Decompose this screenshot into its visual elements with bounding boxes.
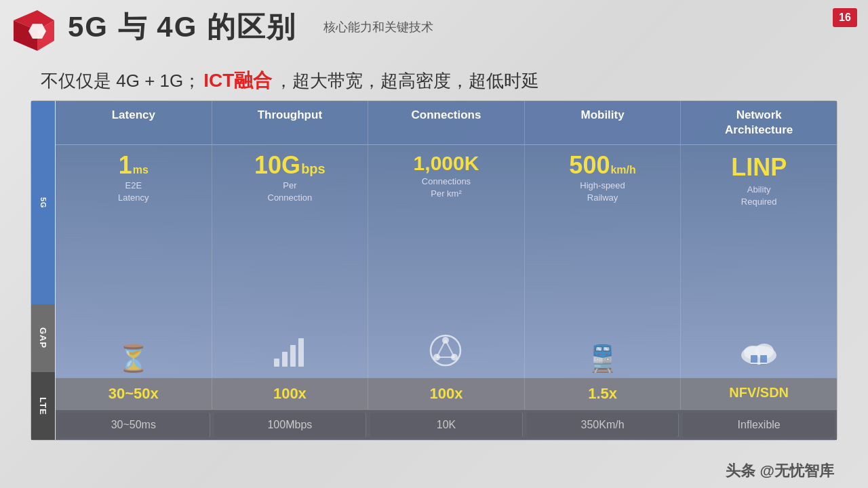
network-icon (427, 333, 465, 373)
col-header-connections: Connections (368, 101, 525, 144)
svg-rect-6 (290, 345, 296, 367)
svg-line-13 (446, 340, 454, 357)
gap-throughput: 100x (212, 378, 369, 409)
page-subtitle: 核心能力和关键技术 (323, 19, 433, 35)
5g-throughput-value: 10Gbps (254, 153, 326, 178)
5g-network-arch-cell: LINP AbilityRequired (681, 145, 837, 378)
svg-rect-7 (298, 338, 304, 367)
bars-icon (273, 337, 307, 373)
subtitle-ict: ICT融合 (203, 68, 272, 94)
gap-latency: 30~50x (56, 378, 212, 409)
5g-row-label: 5G (31, 101, 55, 304)
5g-latency-sub: E2ELatency (118, 180, 149, 204)
hourglass-icon: ⏳ (117, 344, 149, 373)
lte-throughput: 100Mbps (214, 413, 367, 437)
gap-connections: 100x (368, 378, 525, 409)
header: 5G 与 4G 的区别 核心能力和关键技术 (68, 8, 827, 46)
subtitle-text1: 不仅仅是 4G + 1G； (41, 69, 201, 93)
col-header-network-arch: NetworkArchitecture (681, 101, 837, 144)
svg-line-12 (437, 340, 446, 357)
5g-row: 1 ms E2ELatency ⏳ 10Gbps PerConnection (56, 145, 837, 378)
svg-rect-4 (274, 359, 279, 367)
5g-connections-value: 1,000K (414, 153, 479, 174)
gap-row: 30~50x 100x 100x 1.5x NFV/SDN (56, 378, 837, 409)
5g-latency-cell: 1 ms E2ELatency ⏳ (56, 145, 212, 378)
5g-latency-value: 1 ms (119, 153, 149, 178)
gap-row-label: GAP (31, 304, 55, 372)
table-body: 5G GAP LTE Latency Throughput Connection… (31, 101, 837, 440)
comparison-table: 5G GAP LTE Latency Throughput Connection… (31, 100, 837, 441)
5g-network-arch-sub: AbilityRequired (741, 184, 777, 208)
5g-throughput-cell: 10Gbps PerConnection (212, 145, 369, 378)
cloud-icon (738, 336, 779, 373)
5g-connections-sub: ConnectionsPer km² (422, 176, 471, 200)
page-title: 5G 与 4G 的区别 (68, 8, 296, 46)
subtitle-text2: ，超大带宽，超高密度，超低时延 (275, 69, 539, 93)
row-labels: 5G GAP LTE (31, 101, 56, 440)
lte-connections: 10K (370, 413, 523, 437)
lte-mobility: 350Km/h (527, 413, 679, 437)
5g-network-arch-value: LINP (731, 153, 787, 182)
col-header-throughput: Throughput (212, 101, 369, 144)
5g-connections-cell: 1,000K ConnectionsPer km² (368, 145, 525, 378)
lte-row: 30~50ms 100Mbps 10K 350Km/h Inflexible (56, 409, 837, 440)
5g-throughput-sub: PerConnection (268, 180, 313, 204)
5g-mobility-sub: High-speedRailway (580, 180, 625, 204)
logo (7, 7, 61, 61)
col-header-mobility: Mobility (525, 101, 682, 144)
train-icon: 🚆 (587, 344, 618, 373)
lte-network-arch: Inflexible (683, 413, 835, 437)
5g-mobility-value: 500km/h (569, 153, 635, 178)
subtitle-line: 不仅仅是 4G + 1G； ICT融合 ，超大带宽，超高密度，超低时延 (41, 68, 827, 94)
lte-latency: 30~50ms (58, 413, 210, 437)
gap-network-arch: NFV/SDN (681, 378, 837, 409)
gap-mobility: 1.5x (525, 378, 682, 409)
svg-rect-5 (282, 352, 288, 367)
5g-mobility-cell: 500km/h High-speedRailway 🚆 (525, 145, 682, 378)
columns-area: Latency Throughput Connections Mobility … (56, 101, 837, 440)
col-header-latency: Latency (56, 101, 212, 144)
page-number: 16 (833, 8, 857, 27)
watermark: 头条 @无忧智库 (726, 461, 834, 481)
header-row: Latency Throughput Connections Mobility … (56, 101, 837, 145)
lte-row-label: LTE (31, 372, 55, 440)
